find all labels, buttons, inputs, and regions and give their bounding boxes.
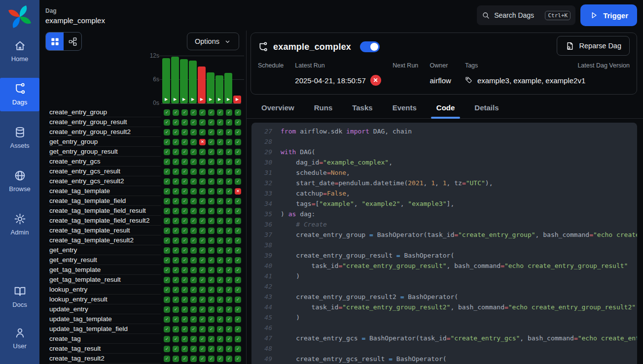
task-name[interactable]: create_tag_template_field_result2 <box>49 216 161 226</box>
task-instance-success-cell[interactable]: ✓ <box>190 119 197 126</box>
task-instance-success-cell[interactable]: ✓ <box>226 139 232 145</box>
task-instance-success-cell[interactable]: ✓ <box>190 346 197 352</box>
task-instance-success-cell[interactable]: ✓ <box>235 306 241 313</box>
task-instance-success-cell[interactable]: ✓ <box>235 208 241 214</box>
task-instance-success-cell[interactable]: ✓ <box>173 297 179 303</box>
task-instance-success-cell[interactable]: ✓ <box>199 287 206 293</box>
task-instance-success-cell[interactable]: ✓ <box>235 316 241 323</box>
task-instance-success-cell[interactable]: ✓ <box>173 159 179 165</box>
task-instance-success-cell[interactable]: ✓ <box>199 356 206 362</box>
task-instance-success-cell[interactable]: ✓ <box>235 326 241 332</box>
task-instance-success-cell[interactable]: ✓ <box>217 119 223 126</box>
task-instance-success-cell[interactable]: ✓ <box>208 297 214 303</box>
task-instance-success-cell[interactable]: ✓ <box>164 267 170 273</box>
task-instance-success-cell[interactable]: ✓ <box>217 257 223 264</box>
task-instance-success-cell[interactable]: ✓ <box>199 218 206 224</box>
task-instance-success-cell[interactable]: ✓ <box>199 119 206 126</box>
task-instance-success-cell[interactable]: ✓ <box>208 306 214 313</box>
task-instance-success-cell[interactable]: ✓ <box>173 277 179 283</box>
task-instance-success-cell[interactable]: ✓ <box>181 188 188 195</box>
dag-run-bar[interactable]: ▶ <box>233 96 241 103</box>
task-instance-success-cell[interactable]: ✓ <box>190 316 197 323</box>
task-instance-success-cell[interactable]: ✓ <box>181 257 188 264</box>
task-name[interactable]: get_entry_group <box>49 137 161 147</box>
task-instance-success-cell[interactable]: ✓ <box>173 168 179 175</box>
dag-code-viewer[interactable]: 27from airflow.sdk import DAG, chain28 2… <box>251 123 637 364</box>
task-instance-success-cell[interactable]: ✓ <box>164 168 170 175</box>
task-name[interactable]: lookup_entry_result <box>49 295 161 304</box>
task-name[interactable]: lookup_entry <box>49 285 161 295</box>
task-instance-success-cell[interactable]: ✓ <box>226 178 232 185</box>
trigger-button[interactable]: Trigger <box>580 4 637 26</box>
task-instance-success-cell[interactable]: ✓ <box>190 159 197 165</box>
task-name[interactable]: create_tag_result2 <box>49 354 161 364</box>
task-name[interactable]: get_tag_template <box>49 265 161 275</box>
reparse-dag-button[interactable]: Reparse Dag <box>557 36 630 56</box>
task-name[interactable]: create_tag_template_result <box>49 226 161 235</box>
task-instance-success-cell[interactable]: ✓ <box>208 119 214 126</box>
task-instance-success-cell[interactable]: ✓ <box>181 218 188 224</box>
tab-code[interactable]: Code <box>434 99 457 118</box>
task-name[interactable]: get_entry_group_result <box>49 147 161 157</box>
task-instance-success-cell[interactable]: ✓ <box>181 159 188 165</box>
task-instance-success-cell[interactable]: ✓ <box>164 316 170 323</box>
task-instance-success-cell[interactable]: ✓ <box>235 198 241 204</box>
task-instance-success-cell[interactable]: ✓ <box>164 198 170 204</box>
task-instance-success-cell[interactable]: ✓ <box>164 356 170 362</box>
task-instance-success-cell[interactable]: ✓ <box>181 129 188 135</box>
task-instance-success-cell[interactable]: ✓ <box>164 149 170 155</box>
task-instance-success-cell[interactable]: ✓ <box>173 178 179 185</box>
task-instance-success-cell[interactable]: ✓ <box>235 228 241 234</box>
task-instance-success-cell[interactable]: ✓ <box>226 168 232 175</box>
task-instance-success-cell[interactable]: ✓ <box>199 326 206 332</box>
dag-run-bar[interactable]: ▶ <box>162 58 170 103</box>
task-instance-success-cell[interactable]: ✓ <box>190 139 197 145</box>
task-instance-success-cell[interactable]: ✓ <box>208 168 214 175</box>
task-instance-success-cell[interactable]: ✓ <box>190 336 197 342</box>
task-instance-success-cell[interactable]: ✓ <box>217 326 223 332</box>
task-instance-success-cell[interactable]: ✓ <box>208 287 214 293</box>
task-instance-success-cell[interactable]: ✓ <box>164 119 170 126</box>
task-instance-success-cell[interactable]: ✓ <box>164 139 170 145</box>
dag-run-bar[interactable]: ▶ <box>198 66 206 103</box>
task-instance-success-cell[interactable]: ✓ <box>217 287 223 293</box>
task-instance-success-cell[interactable]: ✓ <box>235 139 241 145</box>
task-instance-success-cell[interactable]: ✓ <box>226 277 232 283</box>
task-instance-success-cell[interactable]: ✓ <box>164 247 170 254</box>
tab-events[interactable]: Events <box>391 99 419 118</box>
task-instance-success-cell[interactable]: ✓ <box>164 297 170 303</box>
task-instance-success-cell[interactable]: ✓ <box>208 228 214 234</box>
task-instance-success-cell[interactable]: ✓ <box>164 129 170 135</box>
task-instance-success-cell[interactable]: ✓ <box>235 267 241 273</box>
task-instance-success-cell[interactable]: ✓ <box>208 316 214 323</box>
task-instance-success-cell[interactable]: ✓ <box>190 198 197 204</box>
task-instance-success-cell[interactable]: ✓ <box>217 208 223 214</box>
task-instance-success-cell[interactable]: ✓ <box>181 306 188 313</box>
task-instance-success-cell[interactable]: ✓ <box>190 257 197 264</box>
task-instance-success-cell[interactable]: ✓ <box>190 297 197 303</box>
task-instance-success-cell[interactable]: ✓ <box>235 149 241 155</box>
task-name[interactable]: update_tag_template <box>49 314 161 324</box>
task-name[interactable]: get_tag_template_result <box>49 275 161 285</box>
task-instance-success-cell[interactable]: ✓ <box>199 228 206 234</box>
task-instance-success-cell[interactable]: ✓ <box>199 267 206 273</box>
tab-tasks[interactable]: Tasks <box>350 99 374 118</box>
task-instance-success-cell[interactable]: ✓ <box>190 287 197 293</box>
task-instance-success-cell[interactable]: ✓ <box>226 218 232 224</box>
task-instance-success-cell[interactable]: ✓ <box>226 119 232 126</box>
task-instance-success-cell[interactable]: ✓ <box>226 208 232 214</box>
task-instance-success-cell[interactable]: ✓ <box>181 287 188 293</box>
task-instance-success-cell[interactable]: ✓ <box>217 129 223 135</box>
task-name[interactable]: update_tag_template_field <box>49 324 161 334</box>
task-instance-success-cell[interactable]: ✓ <box>164 257 170 264</box>
task-instance-success-cell[interactable]: ✓ <box>199 198 206 204</box>
task-instance-success-cell[interactable]: ✓ <box>190 267 197 273</box>
task-instance-success-cell[interactable]: ✓ <box>226 228 232 234</box>
task-instance-success-cell[interactable]: ✓ <box>181 326 188 332</box>
task-instance-success-cell[interactable]: ✓ <box>235 336 241 342</box>
task-instance-success-cell[interactable]: ✓ <box>217 267 223 273</box>
task-instance-success-cell[interactable]: ✓ <box>226 306 232 313</box>
task-instance-success-cell[interactable]: ✓ <box>208 149 214 155</box>
task-instance-success-cell[interactable]: ✓ <box>226 198 232 204</box>
task-instance-success-cell[interactable]: ✓ <box>181 119 188 126</box>
